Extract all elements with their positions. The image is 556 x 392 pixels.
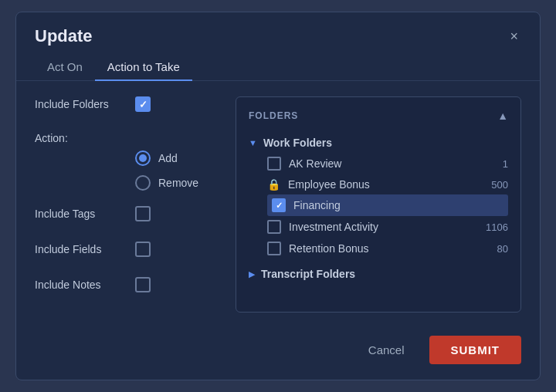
employee-bonus-name: Employee Bonus (288, 178, 483, 191)
left-panel: Include Folders Action: Add Remove (35, 96, 220, 313)
radio-remove[interactable]: Remove (135, 175, 220, 191)
include-folders-label: Include Folders (35, 98, 135, 110)
financing-checkbox[interactable] (272, 198, 286, 212)
radio-remove-label: Remove (158, 177, 198, 189)
folder-section: ▼ Work Folders AK Review 1 🔒 Employee Bo… (249, 133, 508, 284)
folders-collapse-icon[interactable]: ▲ (497, 110, 508, 122)
submit-button[interactable]: SUBMIT (429, 336, 522, 364)
radio-add[interactable]: Add (135, 150, 220, 166)
folders-title: FOLDERS (249, 110, 298, 121)
folder-item-ak-review: AK Review 1 (267, 153, 508, 174)
radio-add-outer (135, 150, 151, 166)
tab-action-to-take[interactable]: Action to Take (95, 54, 192, 81)
tab-act-on[interactable]: Act On (35, 54, 95, 81)
investment-activity-count: 1106 (486, 221, 508, 233)
modal-body: Include Folders Action: Add Remove (16, 96, 540, 328)
folder-item-retention-bonus: Retention Bonus 80 (267, 238, 508, 259)
transcript-folders-group[interactable]: ▶ Transcript Folders (249, 264, 508, 284)
cancel-button[interactable]: Cancel (356, 337, 417, 363)
transcript-folders-label: Transcript Folders (261, 268, 355, 280)
retention-bonus-name: Retention Bonus (289, 242, 490, 255)
retention-bonus-checkbox[interactable] (267, 242, 281, 255)
financing-name: Financing (293, 199, 503, 211)
include-fields-checkbox[interactable] (135, 242, 151, 257)
work-folders-expand-icon: ▼ (249, 138, 257, 147)
action-radio-group: Add Remove (135, 150, 220, 191)
investment-activity-name: Investment Activity (289, 221, 478, 233)
retention-bonus-count: 80 (497, 243, 508, 255)
investment-activity-checkbox[interactable] (267, 220, 281, 234)
include-fields-row: Include Fields (35, 242, 220, 257)
modal-title: Update (35, 26, 93, 46)
include-notes-checkbox[interactable] (135, 277, 151, 292)
include-folders-row: Include Folders (35, 96, 220, 112)
action-label: Action: (35, 132, 135, 144)
include-fields-label: Include Fields (35, 243, 135, 255)
include-folders-checkbox[interactable] (135, 96, 151, 112)
folder-item-employee-bonus: 🔒 Employee Bonus 500 (267, 174, 508, 194)
folders-panel: FOLDERS ▲ ▼ Work Folders AK Review 1 (236, 96, 521, 313)
lock-icon: 🔒 (267, 178, 280, 191)
folders-header: FOLDERS ▲ (249, 110, 508, 122)
radio-add-label: Add (158, 152, 178, 164)
radio-remove-outer (135, 175, 151, 191)
transcript-folders-expand-icon: ▶ (249, 269, 255, 279)
include-notes-row: Include Notes (35, 277, 220, 292)
radio-add-inner (139, 154, 147, 162)
action-row: Action: (35, 132, 220, 144)
folder-item-investment-activity: Investment Activity 1106 (267, 216, 508, 238)
include-tags-checkbox[interactable] (135, 206, 151, 221)
ak-review-checkbox[interactable] (267, 157, 281, 171)
close-button[interactable]: × (507, 26, 521, 46)
work-folders-group[interactable]: ▼ Work Folders (249, 133, 508, 153)
folder-item-financing: Financing (267, 194, 508, 216)
modal-header: Update × (16, 12, 540, 54)
modal-footer: Cancel SUBMIT (16, 328, 540, 380)
work-folder-items: AK Review 1 🔒 Employee Bonus 500 Financi… (249, 153, 508, 259)
work-folders-label: Work Folders (263, 137, 332, 149)
include-tags-label: Include Tags (35, 208, 135, 220)
update-modal: Update × Act On Action to Take Include F… (15, 12, 541, 380)
employee-bonus-count: 500 (491, 179, 508, 191)
tab-bar: Act On Action to Take (16, 54, 540, 81)
ak-review-name: AK Review (289, 157, 495, 170)
include-notes-label: Include Notes (35, 279, 135, 291)
include-tags-row: Include Tags (35, 206, 220, 221)
ak-review-count: 1 (503, 158, 508, 170)
